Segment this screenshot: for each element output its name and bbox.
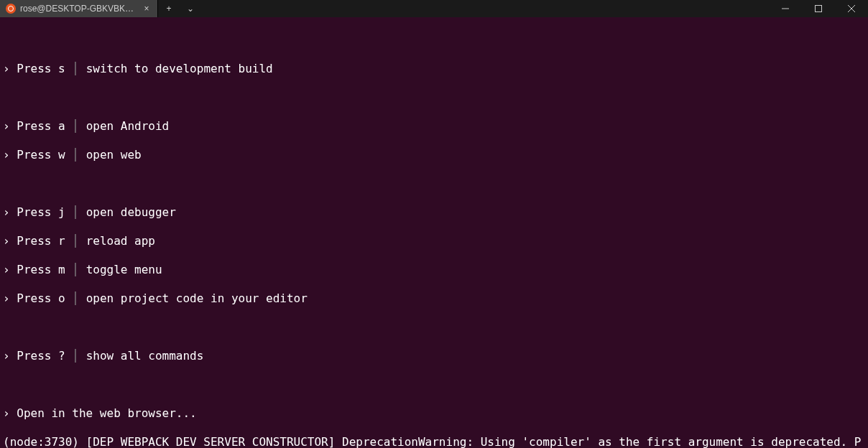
blank-line — [3, 177, 865, 191]
tab-title: rose@DESKTOP-GBKVBKH: ~/ — [20, 1, 137, 16]
minimize-icon — [782, 5, 789, 12]
ubuntu-icon — [6, 4, 16, 14]
menu-item: › Press r │ reload app — [3, 234, 865, 248]
menu-item: › Press o │ open project code in your ed… — [3, 291, 865, 306]
terminal-tab[interactable]: rose@DESKTOP-GBKVBKH: ~/ × — [0, 0, 158, 17]
menu-item: › Press ? │ show all commands — [3, 349, 865, 363]
status-line: › Open in the web browser... — [3, 406, 865, 421]
minimize-button[interactable] — [769, 0, 802, 17]
close-icon — [848, 5, 855, 12]
menu-item: › Press j │ open debugger — [3, 205, 865, 220]
tab-dropdown-button[interactable]: ⌄ — [180, 0, 201, 17]
maximize-button[interactable] — [802, 0, 835, 17]
blank-line — [3, 33, 865, 47]
menu-item: › Press w │ open web — [3, 148, 865, 162]
blank-line — [3, 320, 865, 335]
menu-item: › Press a │ open Android — [3, 119, 865, 134]
menu-item: › Press m │ toggle menu — [3, 263, 865, 277]
blank-line — [3, 90, 865, 105]
terminal-output[interactable]: › Press s │ switch to development build … — [0, 17, 868, 448]
window-controls — [769, 0, 868, 17]
menu-item: › Press s │ switch to development build — [3, 62, 865, 76]
maximize-icon — [815, 5, 822, 12]
warning-line: (node:3730) [DEP_WEBPACK_DEV_SERVER_CONS… — [3, 435, 865, 448]
close-button[interactable] — [835, 0, 868, 17]
svg-rect-1 — [816, 6, 822, 12]
tab-close-button[interactable]: × — [142, 1, 152, 16]
blank-line — [3, 378, 865, 392]
new-tab-button[interactable]: + — [158, 0, 180, 17]
window-titlebar: rose@DESKTOP-GBKVBKH: ~/ × + ⌄ — [0, 0, 868, 17]
